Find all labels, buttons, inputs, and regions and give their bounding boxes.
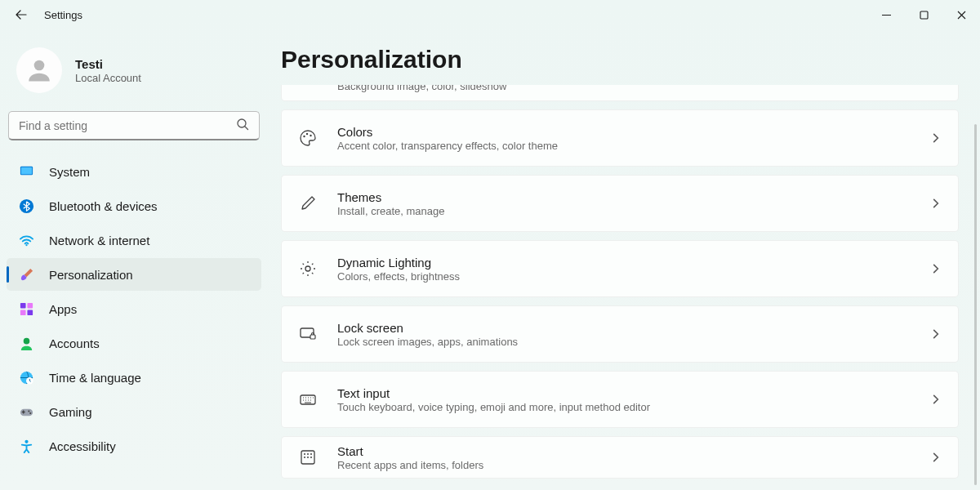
card-body: Lock screen Lock screen images, apps, an… xyxy=(337,321,930,348)
close-button[interactable] xyxy=(942,0,980,29)
svg-point-27 xyxy=(307,453,309,455)
chevron-right-icon xyxy=(930,328,942,340)
card-text-input[interactable]: Text input Touch keyboard, voice typing,… xyxy=(281,371,959,428)
globe-clock-icon xyxy=(18,369,34,385)
card-subtitle: Accent color, transparency effects, colo… xyxy=(337,140,930,152)
sidebar-item-label: Gaming xyxy=(49,405,92,419)
accessibility-icon xyxy=(18,438,34,454)
user-block[interactable]: Testi Local Account xyxy=(7,39,261,111)
back-button[interactable] xyxy=(13,7,29,23)
chevron-right-icon xyxy=(930,452,942,463)
sidebar-item-accessibility[interactable]: Accessibility xyxy=(7,430,261,462)
window-title: Settings xyxy=(44,9,82,21)
main: Personalization Background Background im… xyxy=(268,29,980,490)
svg-point-17 xyxy=(24,439,28,443)
card-dynamic-lighting[interactable]: Dynamic Lighting Colors, effects, bright… xyxy=(281,240,959,297)
content: Testi Local Account System Bluetooth & d… xyxy=(0,29,980,490)
sidebar-item-label: Bluetooth & devices xyxy=(49,199,158,213)
chevron-right-icon xyxy=(930,263,942,274)
card-title: Lock screen xyxy=(337,321,930,335)
card-title: Colors xyxy=(337,125,930,139)
titlebar: Settings xyxy=(0,0,980,29)
wifi-icon xyxy=(18,232,34,248)
sidebar-item-personalization[interactable]: Personalization xyxy=(7,258,261,291)
sidebar-item-gaming[interactable]: Gaming xyxy=(7,395,261,428)
person-icon xyxy=(24,56,54,85)
card-subtitle: Install, create, manage xyxy=(337,205,930,217)
sidebar-item-label: Network & internet xyxy=(49,234,149,247)
close-icon xyxy=(957,11,966,20)
svg-point-11 xyxy=(23,337,29,344)
svg-point-2 xyxy=(238,119,246,127)
maximize-button[interactable] xyxy=(905,0,942,29)
svg-rect-4 xyxy=(20,167,31,174)
sidebar-item-bluetooth[interactable]: Bluetooth & devices xyxy=(7,189,261,222)
sidebar: Testi Local Account System Bluetooth & d… xyxy=(0,29,268,490)
sidebar-item-label: Time & language xyxy=(49,371,141,385)
sidebar-item-label: Accessibility xyxy=(49,439,116,453)
card-themes[interactable]: Themes Install, create, manage xyxy=(281,175,959,232)
svg-point-6 xyxy=(25,244,27,246)
card-background[interactable]: Background Background image, color, slid… xyxy=(281,85,959,101)
arrow-left-icon xyxy=(15,8,28,21)
svg-rect-10 xyxy=(27,310,33,315)
card-lock-screen[interactable]: Lock screen Lock screen images, apps, an… xyxy=(281,305,959,363)
svg-point-15 xyxy=(28,410,29,412)
card-colors[interactable]: Colors Accent color, transparency effect… xyxy=(281,109,959,167)
svg-rect-8 xyxy=(27,302,33,308)
card-subtitle: Lock screen images, apps, animations xyxy=(337,336,930,348)
card-title: Dynamic Lighting xyxy=(337,256,930,270)
gamepad-icon xyxy=(18,403,34,420)
sidebar-item-label: Apps xyxy=(49,302,77,316)
sidebar-item-label: Accounts xyxy=(49,336,100,350)
svg-point-16 xyxy=(29,412,31,413)
card-body: Text input Touch keyboard, voice typing,… xyxy=(337,386,930,413)
search-box[interactable] xyxy=(8,111,260,140)
sidebar-item-network[interactable]: Network & internet xyxy=(7,224,261,256)
sidebar-item-label: Personalization xyxy=(49,268,133,282)
avatar xyxy=(16,47,62,93)
svg-rect-7 xyxy=(20,302,25,308)
card-body: Background Background image, color, slid… xyxy=(337,85,930,92)
svg-point-30 xyxy=(307,457,309,458)
monitor-lock-icon xyxy=(298,324,318,344)
svg-point-20 xyxy=(310,135,311,136)
person-circle-icon xyxy=(18,335,34,351)
svg-point-19 xyxy=(306,133,308,135)
user-type: Local Account xyxy=(75,72,141,84)
pen-icon xyxy=(298,194,318,213)
sidebar-item-accounts[interactable]: Accounts xyxy=(7,327,261,359)
svg-point-21 xyxy=(305,266,310,271)
bluetooth-icon xyxy=(18,198,34,214)
card-start[interactable]: Start Recent apps and items, folders xyxy=(281,436,959,479)
settings-list: Background Background image, color, slid… xyxy=(281,85,969,490)
card-title: Start xyxy=(337,444,930,458)
card-title: Text input xyxy=(337,386,930,400)
keyboard-icon xyxy=(298,390,318,409)
card-title: Themes xyxy=(337,190,930,204)
svg-rect-0 xyxy=(920,11,928,19)
sidebar-item-label: System xyxy=(49,165,90,179)
user-info: Testi Local Account xyxy=(75,57,141,84)
search-container xyxy=(7,111,261,155)
gear-icon xyxy=(298,259,318,278)
svg-point-1 xyxy=(34,60,45,71)
svg-point-31 xyxy=(310,457,312,458)
card-body: Colors Accent color, transparency effect… xyxy=(337,125,930,152)
sidebar-item-system[interactable]: System xyxy=(7,155,261,188)
svg-rect-9 xyxy=(20,310,25,315)
sidebar-item-time-language[interactable]: Time & language xyxy=(7,361,261,394)
chevron-right-icon xyxy=(930,198,942,209)
sidebar-item-apps[interactable]: Apps xyxy=(7,292,261,325)
chevron-right-icon xyxy=(930,394,942,405)
start-icon xyxy=(298,448,318,467)
card-body: Dynamic Lighting Colors, effects, bright… xyxy=(337,256,930,283)
titlebar-left: Settings xyxy=(13,7,82,23)
page-title: Personalization xyxy=(281,46,969,74)
search-input[interactable] xyxy=(19,119,228,132)
svg-point-26 xyxy=(304,453,305,455)
svg-point-28 xyxy=(310,453,312,455)
scrollbar[interactable] xyxy=(974,124,977,485)
minimize-button[interactable] xyxy=(867,0,905,29)
monitor-icon xyxy=(18,163,34,180)
